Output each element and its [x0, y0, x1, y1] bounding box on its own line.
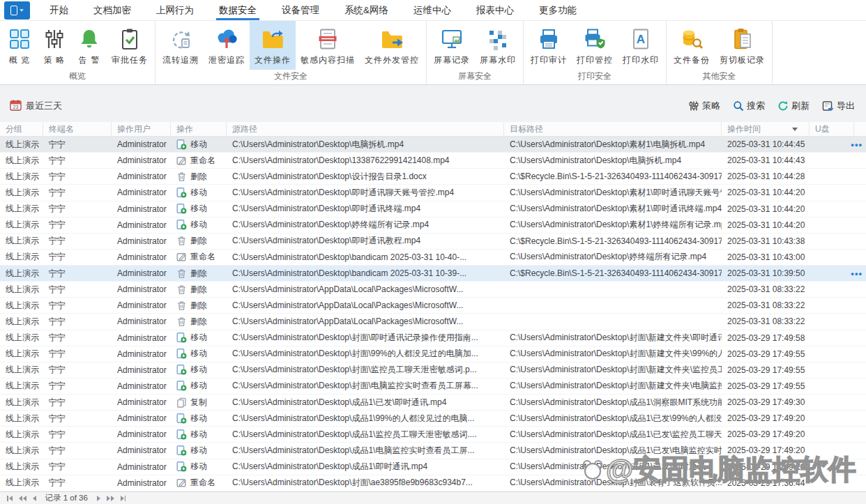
ribbon-item[interactable]: 概 览 — [2, 21, 37, 70]
ribbon-item-label: 屏幕水印 — [480, 54, 516, 66]
cell-op: 移动 — [171, 379, 227, 394]
table-row[interactable]: 线上演示宁宁Administrator移动C:\Users\Administra… — [0, 379, 866, 395]
ribbon-item[interactable]: 打印管控 — [572, 21, 618, 70]
table-row[interactable]: 线上演示宁宁Administrator删除C:\Users\Administra… — [0, 234, 866, 250]
cell-op: 移动 — [171, 137, 227, 152]
first-page-button[interactable] — [6, 496, 14, 501]
table-row[interactable]: 线上演示宁宁Administrator复制C:\Users\Administra… — [0, 395, 866, 411]
ribbon-item[interactable]: 剪切板记录 — [715, 21, 770, 70]
cell-terminal: 宁宁 — [43, 234, 112, 249]
table-row[interactable]: 线上演示宁宁Administrator移动C:\Users\Administra… — [0, 346, 866, 362]
table-row[interactable]: 线上演示宁宁Administrator移动C:\Users\Administra… — [0, 217, 866, 234]
leak-icon — [215, 27, 238, 51]
row-actions-button[interactable]: ••• — [851, 137, 863, 152]
cell-group: 线上演示 — [0, 153, 43, 168]
table-row[interactable]: 线上演示宁宁Administrator移动C:\Users\Administra… — [0, 459, 866, 475]
menu-tab-6[interactable]: 系统&网络 — [332, 0, 401, 20]
ribbon-item[interactable]: 泄密追踪 — [204, 21, 250, 70]
delete-icon — [176, 171, 187, 182]
delete-icon — [176, 316, 187, 327]
app-menu-button[interactable] — [4, 1, 30, 20]
table-row[interactable]: 线上演示宁宁Administrator移动C:\Users\Administra… — [0, 185, 866, 201]
column-label: U盘 — [815, 123, 830, 135]
search-button[interactable]: 搜索 — [733, 100, 765, 112]
cell-terminal: 宁宁 — [43, 346, 112, 362]
move-icon — [176, 445, 187, 456]
prev-group-button[interactable] — [17, 496, 28, 501]
menu-tab-7[interactable]: 运维中心 — [401, 0, 464, 20]
table-row[interactable]: 线上演示宁宁Administrator移动C:\Users\Administra… — [0, 330, 866, 346]
cell-src: C:\Users\Administrator\Desktop\133876229… — [227, 153, 504, 168]
column-header-op[interactable]: 操作 — [171, 122, 227, 136]
operation-label: 删除 — [190, 300, 207, 312]
ribbon-item[interactable]: 敏感内容扫描 — [296, 21, 360, 70]
column-header-group[interactable]: 分组 — [0, 122, 43, 136]
svg-text:23: 23 — [13, 105, 19, 109]
cell-op: 移动 — [171, 330, 227, 346]
ribbon-item[interactable]: 审批任务 — [107, 21, 153, 70]
cell-terminal: 宁宁 — [43, 266, 112, 281]
table-row[interactable]: 线上演示宁宁Administrator删除C:\Users\Administra… — [0, 282, 866, 298]
menu-tab-3[interactable]: 上网行为 — [144, 0, 206, 20]
cell-terminal: 宁宁 — [43, 427, 112, 442]
ribbon-item[interactable]: 文件操作 — [250, 21, 296, 70]
next-page-button[interactable] — [96, 496, 102, 501]
column-header-terminal[interactable]: 终端名 — [43, 122, 112, 136]
refresh-button[interactable]: 刷新 — [777, 100, 810, 112]
cell-dst: C:\Users\Administrator\Desktop\成品1\已发\监控… — [504, 427, 722, 442]
table-row[interactable]: 线上演示宁宁Administrator移动C:\Users\Administra… — [0, 362, 866, 379]
column-header-src[interactable]: 源路径 — [227, 122, 504, 136]
ribbon-item[interactable]: 屏幕水印 — [475, 21, 521, 70]
ribbon-item[interactable]: 文件备份 — [669, 21, 715, 70]
table-row[interactable]: 线上演示宁宁Administrator移动C:\Users\Administra… — [0, 427, 866, 443]
table-header: 分组终端名操作用户操作源路径目标路径操作时间U盘 — [0, 122, 866, 137]
ribbon-item[interactable]: 打印审计 — [526, 21, 572, 70]
cell-op: 复制 — [171, 395, 227, 410]
ribbon-item[interactable]: A打印水印 — [618, 21, 664, 70]
column-header-dst[interactable]: 目标路径 — [504, 122, 722, 136]
outgoing-icon — [380, 27, 404, 51]
table-row[interactable]: 线上演示宁宁Administrator删除C:\Users\Administra… — [0, 314, 866, 330]
cell-user: Administrator — [112, 459, 171, 475]
column-header-user[interactable]: 操作用户 — [112, 122, 171, 136]
menu-tab-1[interactable]: 开始 — [37, 0, 81, 20]
date-range-filter[interactable]: 23 最近三天 — [10, 99, 62, 113]
cell-src: C:\Users\Administrator\Desktop\封面\99%的人都… — [227, 346, 504, 362]
ribbon-item[interactable]: 告 警 — [72, 21, 107, 70]
table-row[interactable]: 线上演示宁宁Administrator移动C:\Users\Administra… — [0, 443, 866, 459]
next-group-button[interactable] — [105, 496, 116, 501]
table-row[interactable]: 线上演示宁宁Administrator移动C:\Users\Administra… — [0, 201, 866, 217]
table-row[interactable]: 线上演示宁宁Administrator删除C:\Users\Administra… — [0, 169, 866, 185]
export-button[interactable]: 导出 — [822, 100, 855, 112]
column-header-time[interactable]: 操作时间 — [722, 122, 810, 136]
menu-tab-9[interactable]: 更多功能 — [526, 0, 589, 20]
ribbon-item[interactable]: 屏幕记录 — [429, 21, 475, 70]
table-row[interactable]: 线上演示宁宁Administrator删除C:\Users\Administra… — [0, 266, 866, 282]
last-page-button[interactable] — [119, 496, 128, 501]
cell-time: 2025-03-31 10:44:20 — [722, 201, 810, 217]
column-header-usb[interactable]: U盘 — [810, 122, 854, 136]
table-row[interactable]: 线上演示宁宁Administrator重命名C:\Users\Administr… — [0, 250, 866, 266]
menu-tab-4[interactable]: 数据安全 — [206, 0, 269, 20]
ribbon-item[interactable]: 文件外发管控 — [360, 21, 424, 70]
table-row[interactable]: 线上演示宁宁Administrator重命名C:\Users\Administr… — [0, 153, 866, 169]
cell-src: C:\Users\Administrator\AppData\Local\Pac… — [227, 282, 504, 297]
table-row[interactable]: 线上演示宁宁Administrator移动C:\Users\Administra… — [0, 137, 866, 153]
cell-dst — [504, 298, 722, 313]
table-row[interactable]: 线上演示宁宁Administrator重命名C:\Users\Administr… — [0, 475, 866, 491]
table-row[interactable]: 线上演示宁宁Administrator删除C:\Users\Administra… — [0, 298, 866, 314]
prev-page-button[interactable] — [31, 496, 38, 501]
ribbon-item[interactable]: 流转追溯 — [158, 21, 204, 70]
cell-dst: C:\Users\Administrator\Desktop\电脑拆机.mp4 — [504, 153, 722, 168]
menu-tab-8[interactable]: 报表中心 — [464, 0, 526, 20]
table-row[interactable]: 线上演示宁宁Administrator移动C:\Users\Administra… — [0, 411, 866, 427]
menu-tab-2[interactable]: 文档加密 — [81, 0, 144, 20]
row-actions-button[interactable]: ••• — [851, 266, 863, 281]
cell-terminal: 宁宁 — [43, 169, 112, 184]
menu-tab-5[interactable]: 设备管理 — [269, 0, 332, 20]
ribbon-item[interactable]: 策 略 — [37, 21, 72, 70]
sliders-button[interactable]: 策略 — [688, 100, 720, 112]
cell-src: C:\Users\Administrator\Desktop\电脑拆机.mp4 — [227, 137, 504, 152]
delete-icon — [176, 284, 187, 295]
cell-usb — [810, 443, 854, 458]
